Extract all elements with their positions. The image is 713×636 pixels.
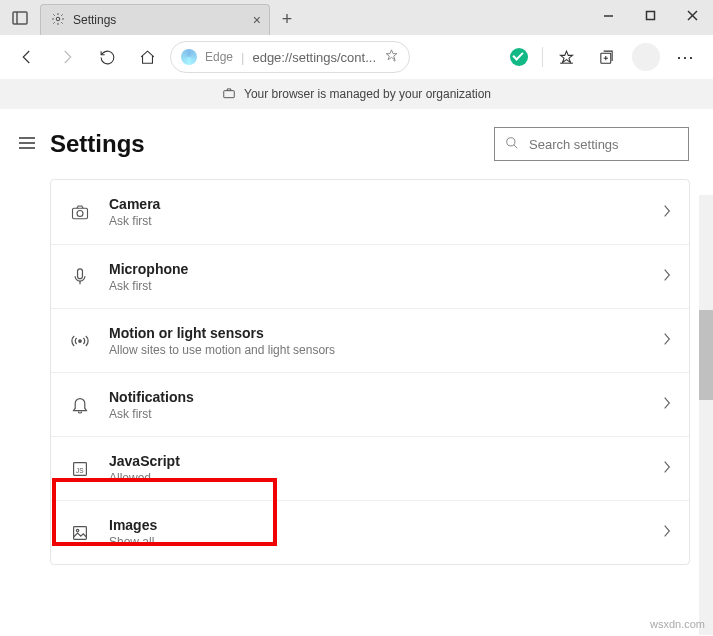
settings-header: Settings Search settings [0, 109, 713, 179]
svg-rect-20 [78, 268, 83, 278]
search-icon [505, 136, 519, 153]
sensors-icon [69, 334, 91, 348]
svg-text:JS: JS [76, 467, 83, 474]
gear-icon [51, 12, 65, 29]
row-title: JavaScript [109, 453, 645, 469]
svg-text:+: + [393, 57, 396, 63]
camera-icon [69, 204, 91, 220]
chevron-right-icon [663, 460, 671, 477]
back-button[interactable] [10, 40, 44, 74]
extension-grammarly-icon[interactable] [502, 40, 536, 74]
row-subtitle: Show all [109, 535, 645, 549]
tab-close-icon[interactable]: × [253, 12, 261, 28]
tab-title: Settings [73, 13, 245, 27]
svg-point-26 [76, 529, 78, 531]
profile-avatar[interactable] [629, 40, 663, 74]
row-subtitle: Ask first [109, 407, 645, 421]
edge-label: Edge [205, 50, 233, 64]
row-subtitle: Allow sites to use motion and light sens… [109, 343, 645, 357]
chevron-right-icon [663, 396, 671, 413]
forward-button [50, 40, 84, 74]
svg-rect-12 [224, 90, 235, 97]
url-text: edge://settings/cont... [252, 50, 376, 65]
search-settings-input[interactable]: Search settings [494, 127, 689, 161]
settings-menu-button[interactable] [18, 134, 36, 155]
bell-icon [69, 396, 91, 414]
row-subtitle: Ask first [109, 279, 645, 293]
watermark: wsxdn.com [650, 618, 705, 630]
row-subtitle: Allowed [109, 471, 645, 485]
svg-point-19 [77, 211, 83, 217]
managed-org-text: Your browser is managed by your organiza… [244, 87, 491, 101]
chevron-right-icon [663, 332, 671, 349]
image-icon [69, 525, 91, 541]
row-title: Notifications [109, 389, 645, 405]
row-title: Microphone [109, 261, 645, 277]
svg-point-2 [56, 17, 60, 21]
edge-logo-icon [181, 49, 197, 65]
address-bar[interactable]: Edge | edge://settings/cont... + [170, 41, 410, 73]
svg-rect-25 [74, 526, 87, 539]
briefcase-icon [222, 86, 236, 103]
svg-point-22 [79, 339, 82, 342]
toolbar-divider [542, 47, 543, 67]
settings-row-images[interactable]: ImagesShow all [51, 500, 689, 564]
page-title: Settings [50, 130, 480, 158]
window-minimize-button[interactable] [587, 0, 629, 30]
settings-row-notifications[interactable]: NotificationsAsk first [51, 372, 689, 436]
browser-tab[interactable]: Settings × [40, 4, 270, 35]
chevron-right-icon [663, 204, 671, 221]
favorite-star-icon[interactable]: + [384, 48, 399, 66]
collections-button[interactable] [589, 40, 623, 74]
new-tab-button[interactable]: + [270, 4, 304, 35]
more-menu-button[interactable]: ⋯ [669, 40, 703, 74]
svg-rect-0 [13, 12, 27, 24]
row-title: Images [109, 517, 645, 533]
scrollbar-thumb[interactable] [699, 310, 713, 400]
svg-rect-4 [646, 11, 654, 19]
js-icon: JS [69, 461, 91, 477]
chevron-right-icon [663, 524, 671, 541]
browser-toolbar: Edge | edge://settings/cont... + ⋯ [0, 35, 713, 79]
svg-rect-18 [73, 208, 88, 219]
settings-row-motion-or-light-sensors[interactable]: Motion or light sensorsAllow sites to us… [51, 308, 689, 372]
svg-point-16 [507, 137, 515, 145]
settings-row-camera[interactable]: CameraAsk first [51, 180, 689, 244]
row-title: Motion or light sensors [109, 325, 645, 341]
settings-row-microphone[interactable]: MicrophoneAsk first [51, 244, 689, 308]
settings-list: CameraAsk firstMicrophoneAsk firstMotion… [50, 179, 690, 565]
tab-actions-icon[interactable] [0, 0, 40, 35]
managed-org-banner: Your browser is managed by your organiza… [0, 79, 713, 109]
favorites-button[interactable] [549, 40, 583, 74]
titlebar: Settings × + [0, 0, 713, 35]
refresh-button[interactable] [90, 40, 124, 74]
chevron-right-icon [663, 268, 671, 285]
window-maximize-button[interactable] [629, 0, 671, 30]
scrollbar-track[interactable] [699, 195, 713, 635]
search-placeholder: Search settings [529, 137, 619, 152]
row-title: Camera [109, 196, 645, 212]
microphone-icon [69, 268, 91, 286]
window-close-button[interactable] [671, 0, 713, 30]
home-button[interactable] [130, 40, 164, 74]
row-subtitle: Ask first [109, 214, 645, 228]
settings-row-javascript[interactable]: JSJavaScriptAllowed [51, 436, 689, 500]
svg-line-17 [514, 144, 518, 148]
